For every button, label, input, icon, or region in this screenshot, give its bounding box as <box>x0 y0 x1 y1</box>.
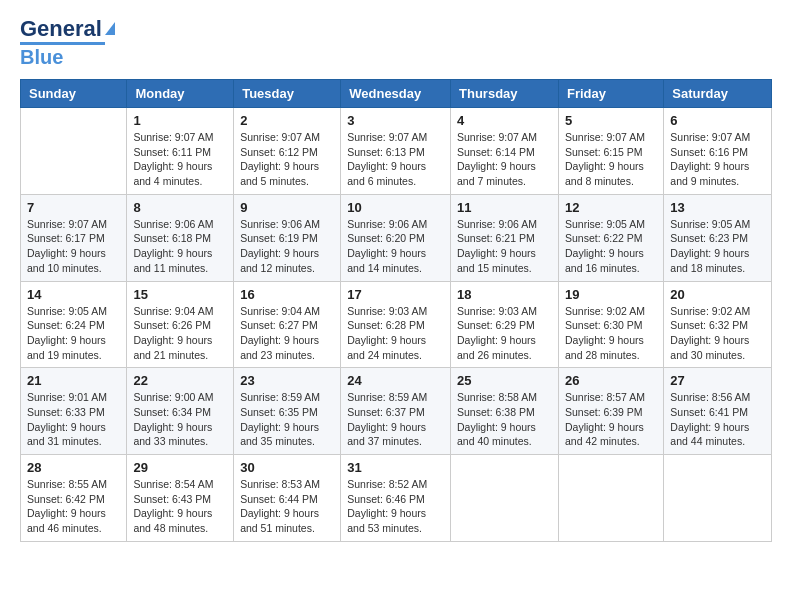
logo: General Blue <box>20 16 115 69</box>
logo-general-text: General <box>20 16 102 42</box>
day-cell: 8Sunrise: 9:06 AMSunset: 6:18 PMDaylight… <box>127 194 234 281</box>
day-info: Sunrise: 8:56 AMSunset: 6:41 PMDaylight:… <box>670 390 765 449</box>
day-cell: 12Sunrise: 9:05 AMSunset: 6:22 PMDayligh… <box>558 194 663 281</box>
day-cell: 7Sunrise: 9:07 AMSunset: 6:17 PMDaylight… <box>21 194 127 281</box>
day-number: 15 <box>133 287 227 302</box>
day-info: Sunrise: 9:06 AMSunset: 6:20 PMDaylight:… <box>347 217 444 276</box>
day-info: Sunrise: 8:59 AMSunset: 6:35 PMDaylight:… <box>240 390 334 449</box>
day-number: 23 <box>240 373 334 388</box>
day-info: Sunrise: 8:52 AMSunset: 6:46 PMDaylight:… <box>347 477 444 536</box>
day-number: 27 <box>670 373 765 388</box>
header-row: SundayMondayTuesdayWednesdayThursdayFrid… <box>21 80 772 108</box>
day-number: 13 <box>670 200 765 215</box>
day-cell: 23Sunrise: 8:59 AMSunset: 6:35 PMDayligh… <box>234 368 341 455</box>
day-cell: 5Sunrise: 9:07 AMSunset: 6:15 PMDaylight… <box>558 108 663 195</box>
page: General Blue SundayMondayTuesdayWednesda… <box>0 0 792 612</box>
day-info: Sunrise: 9:04 AMSunset: 6:26 PMDaylight:… <box>133 304 227 363</box>
day-cell <box>451 455 559 542</box>
day-number: 2 <box>240 113 334 128</box>
day-cell: 13Sunrise: 9:05 AMSunset: 6:23 PMDayligh… <box>664 194 772 281</box>
day-cell: 21Sunrise: 9:01 AMSunset: 6:33 PMDayligh… <box>21 368 127 455</box>
day-cell: 3Sunrise: 9:07 AMSunset: 6:13 PMDaylight… <box>341 108 451 195</box>
header-cell-friday: Friday <box>558 80 663 108</box>
day-cell: 24Sunrise: 8:59 AMSunset: 6:37 PMDayligh… <box>341 368 451 455</box>
day-cell: 14Sunrise: 9:05 AMSunset: 6:24 PMDayligh… <box>21 281 127 368</box>
day-cell: 30Sunrise: 8:53 AMSunset: 6:44 PMDayligh… <box>234 455 341 542</box>
day-info: Sunrise: 9:05 AMSunset: 6:22 PMDaylight:… <box>565 217 657 276</box>
day-info: Sunrise: 8:59 AMSunset: 6:37 PMDaylight:… <box>347 390 444 449</box>
day-info: Sunrise: 9:07 AMSunset: 6:12 PMDaylight:… <box>240 130 334 189</box>
day-number: 29 <box>133 460 227 475</box>
logo-blue-label: Blue <box>20 46 63 69</box>
day-cell: 10Sunrise: 9:06 AMSunset: 6:20 PMDayligh… <box>341 194 451 281</box>
day-info: Sunrise: 8:53 AMSunset: 6:44 PMDaylight:… <box>240 477 334 536</box>
day-number: 3 <box>347 113 444 128</box>
day-number: 11 <box>457 200 552 215</box>
day-info: Sunrise: 9:03 AMSunset: 6:28 PMDaylight:… <box>347 304 444 363</box>
week-row-2: 7Sunrise: 9:07 AMSunset: 6:17 PMDaylight… <box>21 194 772 281</box>
day-info: Sunrise: 9:07 AMSunset: 6:13 PMDaylight:… <box>347 130 444 189</box>
day-number: 4 <box>457 113 552 128</box>
day-number: 12 <box>565 200 657 215</box>
calendar-table: SundayMondayTuesdayWednesdayThursdayFrid… <box>20 79 772 542</box>
week-row-1: 1Sunrise: 9:07 AMSunset: 6:11 PMDaylight… <box>21 108 772 195</box>
day-number: 28 <box>27 460 120 475</box>
day-info: Sunrise: 9:07 AMSunset: 6:15 PMDaylight:… <box>565 130 657 189</box>
day-number: 20 <box>670 287 765 302</box>
day-cell: 28Sunrise: 8:55 AMSunset: 6:42 PMDayligh… <box>21 455 127 542</box>
day-info: Sunrise: 9:05 AMSunset: 6:24 PMDaylight:… <box>27 304 120 363</box>
day-cell: 18Sunrise: 9:03 AMSunset: 6:29 PMDayligh… <box>451 281 559 368</box>
day-number: 31 <box>347 460 444 475</box>
day-number: 30 <box>240 460 334 475</box>
day-info: Sunrise: 9:03 AMSunset: 6:29 PMDaylight:… <box>457 304 552 363</box>
day-info: Sunrise: 9:02 AMSunset: 6:30 PMDaylight:… <box>565 304 657 363</box>
day-number: 26 <box>565 373 657 388</box>
day-number: 25 <box>457 373 552 388</box>
day-cell: 31Sunrise: 8:52 AMSunset: 6:46 PMDayligh… <box>341 455 451 542</box>
day-cell: 1Sunrise: 9:07 AMSunset: 6:11 PMDaylight… <box>127 108 234 195</box>
day-info: Sunrise: 9:04 AMSunset: 6:27 PMDaylight:… <box>240 304 334 363</box>
day-cell: 29Sunrise: 8:54 AMSunset: 6:43 PMDayligh… <box>127 455 234 542</box>
header-cell-sunday: Sunday <box>21 80 127 108</box>
day-cell: 27Sunrise: 8:56 AMSunset: 6:41 PMDayligh… <box>664 368 772 455</box>
day-cell: 20Sunrise: 9:02 AMSunset: 6:32 PMDayligh… <box>664 281 772 368</box>
day-info: Sunrise: 9:07 AMSunset: 6:11 PMDaylight:… <box>133 130 227 189</box>
day-info: Sunrise: 9:06 AMSunset: 6:19 PMDaylight:… <box>240 217 334 276</box>
day-info: Sunrise: 9:07 AMSunset: 6:16 PMDaylight:… <box>670 130 765 189</box>
day-number: 19 <box>565 287 657 302</box>
day-cell: 26Sunrise: 8:57 AMSunset: 6:39 PMDayligh… <box>558 368 663 455</box>
day-number: 6 <box>670 113 765 128</box>
day-number: 18 <box>457 287 552 302</box>
day-info: Sunrise: 8:54 AMSunset: 6:43 PMDaylight:… <box>133 477 227 536</box>
day-number: 1 <box>133 113 227 128</box>
day-info: Sunrise: 9:01 AMSunset: 6:33 PMDaylight:… <box>27 390 120 449</box>
day-number: 9 <box>240 200 334 215</box>
day-number: 16 <box>240 287 334 302</box>
day-number: 5 <box>565 113 657 128</box>
day-cell: 6Sunrise: 9:07 AMSunset: 6:16 PMDaylight… <box>664 108 772 195</box>
day-number: 17 <box>347 287 444 302</box>
day-cell: 15Sunrise: 9:04 AMSunset: 6:26 PMDayligh… <box>127 281 234 368</box>
day-cell <box>558 455 663 542</box>
day-number: 21 <box>27 373 120 388</box>
logo-triangle-icon <box>105 22 115 35</box>
day-info: Sunrise: 8:57 AMSunset: 6:39 PMDaylight:… <box>565 390 657 449</box>
day-cell <box>664 455 772 542</box>
day-cell: 9Sunrise: 9:06 AMSunset: 6:19 PMDaylight… <box>234 194 341 281</box>
calendar-body: 1Sunrise: 9:07 AMSunset: 6:11 PMDaylight… <box>21 108 772 542</box>
day-info: Sunrise: 9:05 AMSunset: 6:23 PMDaylight:… <box>670 217 765 276</box>
day-cell: 2Sunrise: 9:07 AMSunset: 6:12 PMDaylight… <box>234 108 341 195</box>
day-number: 8 <box>133 200 227 215</box>
day-cell: 19Sunrise: 9:02 AMSunset: 6:30 PMDayligh… <box>558 281 663 368</box>
day-cell: 25Sunrise: 8:58 AMSunset: 6:38 PMDayligh… <box>451 368 559 455</box>
header-cell-saturday: Saturday <box>664 80 772 108</box>
day-number: 22 <box>133 373 227 388</box>
day-info: Sunrise: 9:00 AMSunset: 6:34 PMDaylight:… <box>133 390 227 449</box>
day-info: Sunrise: 9:06 AMSunset: 6:18 PMDaylight:… <box>133 217 227 276</box>
header-cell-thursday: Thursday <box>451 80 559 108</box>
week-row-5: 28Sunrise: 8:55 AMSunset: 6:42 PMDayligh… <box>21 455 772 542</box>
day-number: 10 <box>347 200 444 215</box>
header-cell-wednesday: Wednesday <box>341 80 451 108</box>
day-cell: 16Sunrise: 9:04 AMSunset: 6:27 PMDayligh… <box>234 281 341 368</box>
day-info: Sunrise: 8:55 AMSunset: 6:42 PMDaylight:… <box>27 477 120 536</box>
